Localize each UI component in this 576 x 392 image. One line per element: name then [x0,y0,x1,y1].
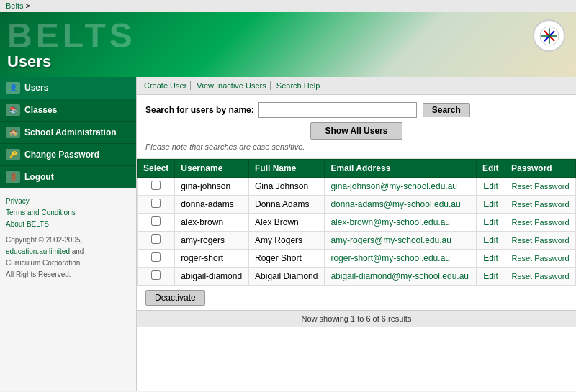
select-checkbox-4[interactable] [151,252,161,262]
row-edit-4[interactable]: Edit [476,250,505,268]
row-fullname-4: Roger Short [249,250,325,268]
select-checkbox-3[interactable] [151,234,161,244]
show-all-button[interactable]: Show All Users [310,122,403,140]
password-icon: 🔑 [6,149,20,160]
row-username-1: donna-adams [175,196,249,214]
classes-icon: 📚 [6,104,20,116]
header-logo [533,19,565,52]
col-password: Password [505,160,575,178]
reset-link-1[interactable]: Reset Password [511,200,569,209]
reset-link-2[interactable]: Reset Password [511,218,569,227]
email-link-5[interactable]: abigail-diamond@my-school.edu.au [330,271,469,281]
row-edit-1[interactable]: Edit [476,196,505,214]
row-select-1[interactable] [138,196,175,214]
row-fullname-2: Alex Brown [249,214,325,232]
table-row: donna-adams Donna Adams donna-adams@my-s… [138,196,576,214]
search-input[interactable] [258,102,417,118]
terms-link[interactable]: Terms and Conditions [6,209,76,216]
row-select-4[interactable] [138,250,175,268]
row-email-0[interactable]: gina-johnson@my-school.edu.au [325,178,477,196]
deactivate-button[interactable]: Deactivate [145,290,205,306]
view-inactive-link[interactable]: View Inactive Users [197,81,270,90]
sidebar-label-change-password: Change Password [24,150,99,160]
table-header-row: Select Username Full Name Email Address … [138,160,576,178]
email-link-0[interactable]: gina-johnson@my-school.edu.au [330,181,457,191]
row-edit-3[interactable]: Edit [476,232,505,250]
sidebar-label-school-admin: School Administration [24,127,117,137]
row-reset-4[interactable]: Reset Password [505,250,575,268]
select-checkbox-1[interactable] [151,199,161,208]
select-checkbox-0[interactable] [151,181,161,190]
row-email-1[interactable]: donna-adams@my-school.edu.au [325,196,477,214]
company-link[interactable]: education.au limited [6,247,70,255]
page-header: BELTS Users [0,12,576,77]
row-edit-0[interactable]: Edit [476,178,505,196]
reset-link-4[interactable]: Reset Password [511,254,569,263]
deactivate-row: Deactivate [137,286,576,310]
edit-link-0[interactable]: Edit [483,181,498,191]
sidebar-footer: Privacy Terms and Conditions About BELTS… [0,188,136,288]
logout-icon: 🚪 [6,171,20,183]
row-select-3[interactable] [138,232,175,250]
row-select-0[interactable] [138,178,175,196]
row-reset-5[interactable]: Reset Password [505,268,575,286]
row-username-5: abigail-diamond [175,268,249,286]
row-reset-3[interactable]: Reset Password [505,232,575,250]
row-fullname-5: Abigail Diamond [249,268,325,286]
sidebar-label-classes: Classes [24,105,57,115]
row-select-5[interactable] [138,268,175,286]
row-email-4[interactable]: roger-short@my-school.edu.au [325,250,477,268]
reset-link-0[interactable]: Reset Password [511,182,569,191]
sidebar-item-users[interactable]: 👤 Users [0,77,136,99]
search-button[interactable]: Search [423,103,470,117]
edit-link-2[interactable]: Edit [483,217,498,227]
email-link-3[interactable]: amy-rogers@my-school.edu.au [330,235,451,245]
about-link[interactable]: About BELTS [6,220,49,228]
col-edit: Edit [476,160,505,178]
top-links: Create User View Inactive Users Search H… [137,77,576,95]
row-reset-2[interactable]: Reset Password [505,214,575,232]
row-email-2[interactable]: alex-brown@my-school.edu.au [325,214,477,232]
table-row: gina-johnson Gina Johnson gina-johnson@m… [138,178,576,196]
select-checkbox-2[interactable] [151,216,161,226]
main-content: Create User View Inactive Users Search H… [137,77,576,391]
row-username-4: roger-short [175,250,249,268]
email-link-4[interactable]: roger-short@my-school.edu.au [330,253,450,263]
table-row: amy-rogers Amy Rogers amy-rogers@my-scho… [138,232,576,250]
sidebar-label-users: Users [24,83,48,93]
rights-text: All Rights Reserved. [6,270,71,278]
search-note: Please note that searches are case sensi… [145,142,567,151]
sidebar-item-school-admin[interactable]: 🏫 School Administration [0,122,136,144]
row-select-2[interactable] [138,214,175,232]
col-email: Email Address [325,160,477,178]
reset-link-3[interactable]: Reset Password [511,236,569,245]
edit-link-5[interactable]: Edit [483,271,498,281]
breadcrumb-belts-link[interactable]: Belts [6,1,23,10]
row-reset-1[interactable]: Reset Password [505,196,575,214]
main-layout: 👤 Users 📚 Classes 🏫 School Administratio… [0,77,576,391]
row-email-5[interactable]: abigail-diamond@my-school.edu.au [325,268,477,286]
reset-link-5[interactable]: Reset Password [511,272,569,281]
edit-link-4[interactable]: Edit [483,253,498,263]
select-checkbox-5[interactable] [151,270,161,280]
privacy-link[interactable]: Privacy [6,197,30,205]
row-reset-0[interactable]: Reset Password [505,178,575,196]
row-edit-5[interactable]: Edit [476,268,505,286]
create-user-link[interactable]: Create User [144,81,191,90]
table-row: abigail-diamond Abigail Diamond abigail-… [138,268,576,286]
row-email-3[interactable]: amy-rogers@my-school.edu.au [325,232,477,250]
search-help-link[interactable]: Search Help [276,81,324,90]
row-username-3: amy-rogers [175,232,249,250]
sidebar-item-logout[interactable]: 🚪 Logout [0,166,136,188]
users-icon: 👤 [6,82,20,94]
sidebar: 👤 Users 📚 Classes 🏫 School Administratio… [0,77,137,391]
row-edit-2[interactable]: Edit [476,214,505,232]
col-username: Username [175,160,249,178]
edit-link-1[interactable]: Edit [483,199,498,209]
sidebar-item-change-password[interactable]: 🔑 Change Password [0,144,136,166]
edit-link-3[interactable]: Edit [483,235,498,245]
email-link-1[interactable]: donna-adams@my-school.edu.au [330,199,460,209]
sidebar-item-classes[interactable]: 📚 Classes [0,99,136,122]
email-link-2[interactable]: alex-brown@my-school.edu.au [330,217,450,227]
company-and: and [72,247,84,255]
